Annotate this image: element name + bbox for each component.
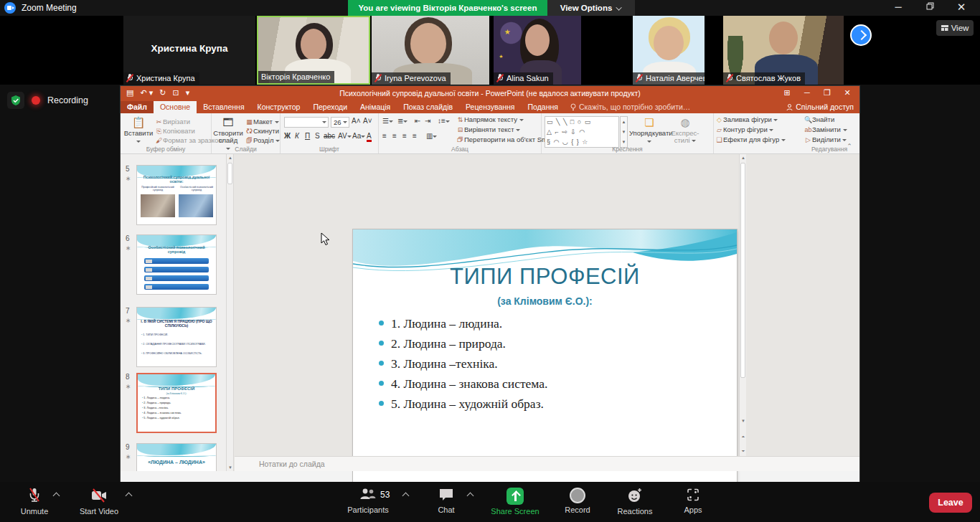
participant-tile-6[interactable]: Святослав Жуков — [723, 16, 844, 85]
increase-indent-button[interactable]: ⇥ — [425, 117, 430, 125]
chat-button[interactable]: Chat — [430, 488, 462, 514]
ribbon-tab-рецензування[interactable]: Рецензування — [459, 101, 521, 113]
italic-button[interactable]: К — [295, 132, 299, 140]
participants-options-chevron[interactable] — [402, 493, 410, 500]
scrollbar-thumb[interactable] — [227, 163, 232, 184]
slide-thumbnail-6[interactable]: Особистісний психологічний супровід — [136, 234, 217, 295]
slide-thumbnail-5[interactable]: Психологічний супровід дуальної освіти:П… — [136, 165, 217, 225]
participant-tile-3[interactable]: Iryna Perevozova — [372, 16, 489, 85]
minimize-button[interactable]: ─ — [882, 0, 914, 16]
font-name-combobox[interactable] — [284, 117, 329, 128]
participant-tile-5[interactable]: Наталія Аверчева — [633, 16, 705, 85]
ribbon-tab-подання[interactable]: Подання — [522, 101, 565, 113]
align-text-button[interactable]: ⊟Вирівняти текст — [456, 125, 520, 133]
change-case-button[interactable]: Aa — [352, 132, 365, 140]
participant-tile-4[interactable]: ★★Alina Sakun — [494, 16, 581, 85]
numbering-button[interactable]: ≣ — [397, 117, 407, 125]
ribbon-display-options-button[interactable]: ⊞ — [776, 86, 798, 101]
ribbon-tab-переходи[interactable]: Переходи — [306, 101, 354, 113]
line-spacing-button[interactable]: ↕≡ — [438, 117, 450, 125]
decrease-indent-button[interactable]: ⇤ — [415, 117, 420, 125]
share-button[interactable]: Спільний доступ — [786, 101, 854, 113]
scroll-up-arrow-icon[interactable]: ▲ — [740, 154, 747, 161]
font-size-combobox[interactable]: 26 — [331, 117, 349, 128]
leave-button[interactable]: Leave — [929, 493, 972, 513]
thumbnails-scrollbar[interactable]: ▲ ▼ — [227, 154, 234, 471]
ppt-restore-button[interactable]: ❐ — [816, 86, 838, 101]
underline-button[interactable]: П — [305, 132, 310, 140]
replace-button[interactable]: abЗамінити — [804, 125, 847, 133]
shapes-gallery-scroll[interactable]: ▲▼▼ — [620, 116, 628, 148]
slide-thumbnail-8[interactable]: ТИПИ ПРОФЕСІЙ(за Клімовим Є.О.):•1. Люди… — [136, 373, 217, 433]
video-options-chevron[interactable] — [126, 493, 133, 500]
slide-thumbnail-9[interactable]: «ЛЮДИНА – ЛЮДИНА» — [136, 443, 217, 471]
chat-options-chevron[interactable] — [467, 493, 474, 500]
next-slide-button[interactable]: ⏷ — [740, 447, 747, 455]
participant-tile-1[interactable]: Христина КрупаХристина Крупа — [123, 16, 255, 85]
next-participants-page-button[interactable] — [850, 24, 872, 46]
copy-button[interactable]: ⎘Копіювати — [155, 127, 195, 136]
bold-button[interactable]: Ж — [284, 132, 291, 140]
participants-button[interactable]: 53 Participants — [343, 488, 393, 514]
section-button[interactable]: 🗐Розділ — [245, 136, 280, 144]
ribbon-tab-вставлення[interactable]: Вставлення — [197, 101, 250, 113]
scrollbar-thumb[interactable] — [740, 163, 745, 378]
grow-font-button[interactable]: A˄ — [352, 117, 361, 125]
security-shield-icon[interactable] — [7, 92, 24, 109]
shape-fill-button[interactable]: ◇Заливка фігури — [715, 115, 778, 123]
paste-button[interactable]: 📋 Вставити — [122, 115, 155, 145]
align-center-button[interactable]: ≡ — [392, 132, 397, 140]
reactions-button[interactable]: Reactions — [614, 488, 656, 516]
reset-button[interactable]: 🗘Скинути — [245, 127, 279, 135]
font-color-button[interactable]: A — [367, 132, 372, 142]
canvas-scrollbar[interactable]: ▲ ▼ ⏶ ⏷ — [739, 154, 746, 456]
select-button[interactable]: ▷Виділити — [804, 136, 847, 143]
shapes-gallery[interactable]: ▭ ╲ ╲ □ ○ ▭△ ⌐ ⇨ ⇩ ◠§ ◠ ◡ { } ☆ — [545, 116, 619, 148]
gallery-view-button[interactable]: View — [936, 20, 974, 36]
ribbon-tab-файл[interactable]: Файл — [121, 101, 154, 113]
shape-outline-button[interactable]: ▱Контур фігури — [715, 125, 773, 133]
unmute-button[interactable]: Unmute — [13, 488, 56, 516]
scroll-up-arrow-icon[interactable]: ▲ — [227, 154, 234, 161]
shape-effects-button[interactable]: ❑Ефекти для фігур — [715, 136, 786, 143]
share-screen-button[interactable]: Share Screen — [488, 488, 542, 516]
ribbon-tab-основне[interactable]: Основне — [154, 101, 197, 113]
camera-muted-icon — [90, 488, 108, 503]
participant-tile-2[interactable]: Вікторія Кравченко — [257, 16, 370, 85]
layout-button[interactable]: ▦Макет — [245, 118, 279, 125]
ribbon-tab-анімація[interactable]: Анімація — [354, 101, 397, 113]
text-direction-button[interactable]: ⇅Напрямок тексту — [456, 115, 524, 123]
start-video-button[interactable]: Start Video — [75, 488, 123, 516]
view-options-button[interactable]: View Options — [547, 0, 635, 16]
find-button[interactable]: 🔍Знайти — [804, 115, 834, 123]
ribbon-tab-показ-слайдів[interactable]: Показ слайдів — [397, 101, 459, 113]
bullets-button[interactable]: ☰ — [382, 117, 393, 125]
align-right-button[interactable]: ≡ — [402, 132, 407, 140]
ppt-minimize-button[interactable]: ─ — [796, 86, 818, 101]
scroll-down-arrow-icon[interactable]: ▼ — [227, 464, 234, 471]
record-button[interactable]: Record — [561, 488, 594, 514]
close-button[interactable]: ✕ — [946, 0, 977, 16]
shadow-button[interactable]: S — [315, 132, 320, 140]
apps-icon — [686, 488, 700, 502]
scroll-down-arrow-icon[interactable]: ▼ — [740, 417, 747, 424]
tell-me-box[interactable]: Скажіть, що потрібно зробити… — [565, 101, 696, 113]
slide-thumbnail-7[interactable]: І. В ЯКІЙ СИСТЕМІ Я ПРАЦЮЮ (ПРО ЩО СПІЛК… — [136, 307, 217, 367]
arrange-button[interactable]: ❏ Упорядкувати — [629, 115, 669, 145]
char-spacing-button[interactable]: AV — [338, 132, 352, 140]
columns-button[interactable]: ▥ — [426, 132, 437, 140]
justify-button[interactable]: ≡ — [413, 132, 417, 140]
current-slide[interactable]: ТИПИ ПРОФЕСІЙ (за Клімовим Є.О.): 1. Люд… — [353, 229, 737, 516]
strikethrough-button[interactable]: abc — [324, 132, 335, 140]
restore-button[interactable] — [914, 0, 946, 16]
align-left-button[interactable]: ≡ — [382, 132, 387, 140]
notes-pane[interactable]: Нотатки до слайда — [235, 456, 859, 471]
quick-styles-button[interactable]: ◍ Експрес- стилі — [669, 115, 701, 144]
previous-slide-button[interactable]: ⏶ — [740, 433, 747, 440]
shrink-font-button[interactable]: A˅ — [363, 117, 372, 125]
collapse-ribbon-button[interactable]: ⌃ — [844, 143, 855, 151]
cut-button[interactable]: ✂Вирізати — [155, 118, 190, 125]
apps-button[interactable]: Apps — [677, 488, 709, 514]
ribbon-tab-конструктор[interactable]: Конструктор — [251, 101, 307, 113]
ppt-close-button[interactable]: ✕ — [837, 86, 858, 101]
